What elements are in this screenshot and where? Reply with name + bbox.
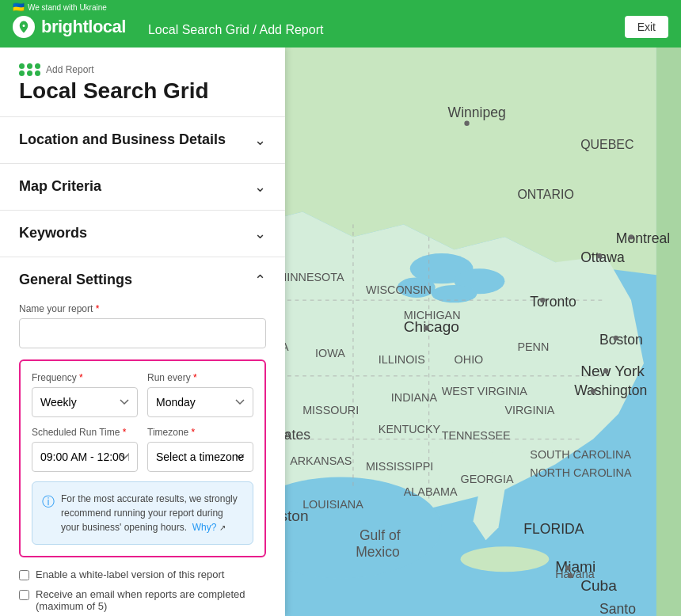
logo-text: brightlocal xyxy=(41,17,126,37)
map-criteria-section: Map Criteria ⌄ xyxy=(0,164,285,211)
run-every-label: Run every * xyxy=(147,372,253,383)
general-settings-title: General Settings xyxy=(19,272,132,288)
svg-text:Havana: Havana xyxy=(555,568,595,580)
svg-text:Washington: Washington xyxy=(574,382,647,398)
svg-point-22 xyxy=(540,298,545,302)
run-every-col: Run every * Monday Tuesday Wednesday Thu… xyxy=(147,372,253,417)
keywords-chevron-icon: ⌄ xyxy=(254,225,266,242)
add-report-label: Add Report xyxy=(19,63,266,76)
svg-point-20 xyxy=(629,234,633,239)
frequency-select[interactable]: Weekly Daily Monthly xyxy=(32,387,138,417)
ukraine-text: We stand with Ukraine xyxy=(28,3,107,12)
ukraine-flag-icon: 🇺🇦 xyxy=(13,2,25,13)
white-label-group: Enable a white-label version of this rep… xyxy=(19,568,266,580)
location-chevron-icon: ⌄ xyxy=(254,131,266,149)
svg-point-28 xyxy=(603,368,608,373)
report-name-required: * xyxy=(96,303,100,314)
svg-text:Winnipeg: Winnipeg xyxy=(448,105,506,120)
exit-button[interactable]: Exit xyxy=(625,16,668,38)
svg-point-16 xyxy=(464,121,469,126)
svg-point-65 xyxy=(568,573,573,578)
general-settings-content: Name your report * Frequency * Weekly xyxy=(0,303,285,616)
white-label-text[interactable]: Enable a white-label version of this rep… xyxy=(36,568,224,580)
svg-text:TENNESSEE: TENNESSEE xyxy=(442,429,511,442)
svg-text:WEST VIRGINIA: WEST VIRGINIA xyxy=(442,385,528,397)
ukraine-banner: 🇺🇦 We stand with Ukraine xyxy=(0,0,681,14)
svg-text:ALABAMA: ALABAMA xyxy=(404,485,458,498)
svg-point-18 xyxy=(597,253,602,258)
svg-point-6 xyxy=(461,546,550,572)
info-link[interactable]: Why? xyxy=(192,522,217,533)
email-notify-text[interactable]: Receive an email when reports are comple… xyxy=(36,588,266,612)
info-box: ⓘ For the most accurate results, we stro… xyxy=(32,481,253,545)
frequency-run-row: Frequency * Weekly Daily Monthly Run eve… xyxy=(32,372,253,417)
svg-text:FLORIDA: FLORIDA xyxy=(523,521,584,537)
svg-text:Montreal: Montreal xyxy=(616,230,670,246)
svg-text:PENN: PENN xyxy=(517,340,549,353)
external-link-icon: ↗ xyxy=(219,523,226,532)
svg-text:New York: New York xyxy=(580,363,645,379)
map-criteria-accordion-header[interactable]: Map Criteria ⌄ xyxy=(0,164,285,210)
general-settings-accordion-header[interactable]: General Settings ⌃ xyxy=(0,257,285,303)
location-accordion-header[interactable]: Location and Business Details ⌄ xyxy=(0,117,285,163)
svg-point-30 xyxy=(591,389,595,394)
timezone-label: Timezone * xyxy=(147,427,253,438)
svg-text:NORTH CAROLINA: NORTH CAROLINA xyxy=(530,466,632,479)
logo-area: brightlocal Local Search Grid / Add Repo… xyxy=(13,16,323,38)
frequency-col: Frequency * Weekly Daily Monthly xyxy=(32,372,138,417)
svg-text:VIRGINIA: VIRGINIA xyxy=(504,404,554,416)
keywords-title: Keywords xyxy=(19,225,87,241)
svg-text:KENTUCKY: KENTUCKY xyxy=(379,423,441,435)
report-title: Local Search Grid xyxy=(19,79,266,104)
keywords-accordion-header[interactable]: Keywords ⌄ xyxy=(0,211,285,257)
svg-text:Boston: Boston xyxy=(599,332,643,348)
svg-text:MISSISSIPPI: MISSISSIPPI xyxy=(366,461,433,473)
svg-text:LOUISIANA: LOUISIANA xyxy=(302,498,363,511)
logo-icon xyxy=(13,16,35,38)
email-notify-group: Receive an email when reports are comple… xyxy=(19,588,266,612)
svg-text:Ottawa: Ottawa xyxy=(580,249,625,265)
location-section: Location and Business Details ⌄ xyxy=(0,117,285,164)
svg-text:ONTARIO: ONTARIO xyxy=(517,188,573,201)
svg-text:QUEBEC: QUEBEC xyxy=(580,138,633,151)
timezone-select[interactable]: Select a timezone US/Eastern US/Central … xyxy=(147,442,253,472)
svg-text:ARKANSAS: ARKANSAS xyxy=(290,454,352,467)
left-panel: Add Report Local Search Grid Location an… xyxy=(0,48,285,616)
run-every-select[interactable]: Monday Tuesday Wednesday Thursday Friday… xyxy=(147,387,253,417)
frequency-label: Frequency * xyxy=(32,372,138,383)
keywords-section: Keywords ⌄ xyxy=(0,211,285,257)
location-title: Location and Business Details xyxy=(19,131,226,148)
svg-text:GEORGIA: GEORGIA xyxy=(461,473,514,485)
map-criteria-chevron-icon: ⌄ xyxy=(254,178,266,196)
schedule-box: Frequency * Weekly Daily Monthly Run eve… xyxy=(19,359,266,557)
svg-text:OHIO: OHIO xyxy=(455,353,484,366)
timezone-col: Timezone * Select a timezone US/Eastern … xyxy=(147,427,253,472)
time-timezone-row: Scheduled Run Time * 09:00 AM - 12:00 PM… xyxy=(32,427,253,472)
svg-text:INDIANA: INDIANA xyxy=(391,391,438,404)
report-name-label: Name your report * xyxy=(19,303,266,314)
report-header: Add Report Local Search Grid xyxy=(0,48,285,117)
scheduled-time-select[interactable]: 09:00 AM - 12:00 PM 12:00 PM - 03:00 PM … xyxy=(32,442,138,472)
white-label-checkbox[interactable] xyxy=(19,570,29,580)
svg-text:WISCONSIN: WISCONSIN xyxy=(366,283,432,296)
svg-text:MISSOURI: MISSOURI xyxy=(302,404,359,416)
svg-text:Gulf of: Gulf of xyxy=(360,527,401,543)
info-icon: ⓘ xyxy=(42,492,55,534)
email-notify-checkbox[interactable] xyxy=(19,590,29,600)
scheduled-time-label: Scheduled Run Time * xyxy=(32,427,138,438)
general-settings-chevron-icon: ⌃ xyxy=(254,272,266,289)
navbar: 🇺🇦 We stand with Ukraine brightlocal Loc… xyxy=(0,0,681,48)
svg-text:Toronto: Toronto xyxy=(530,294,576,310)
svg-text:SOUTH CAROLINA: SOUTH CAROLINA xyxy=(530,448,631,461)
report-name-input[interactable] xyxy=(19,318,266,348)
svg-text:MINNESOTA: MINNESOTA xyxy=(277,271,344,283)
scheduled-time-col: Scheduled Run Time * 09:00 AM - 12:00 PM… xyxy=(32,427,138,472)
report-name-group: Name your report * xyxy=(19,303,266,348)
svg-text:Santo: Santo xyxy=(599,601,636,616)
svg-text:MICHIGAN: MICHIGAN xyxy=(404,309,461,321)
general-settings-section: General Settings ⌃ Name your report * Fr… xyxy=(0,257,285,616)
svg-text:ILLINOIS: ILLINOIS xyxy=(379,353,425,366)
info-text: For the most accurate results, we strong… xyxy=(61,492,243,534)
svg-text:IOWA: IOWA xyxy=(315,347,345,359)
svg-text:Mexico: Mexico xyxy=(356,544,400,560)
